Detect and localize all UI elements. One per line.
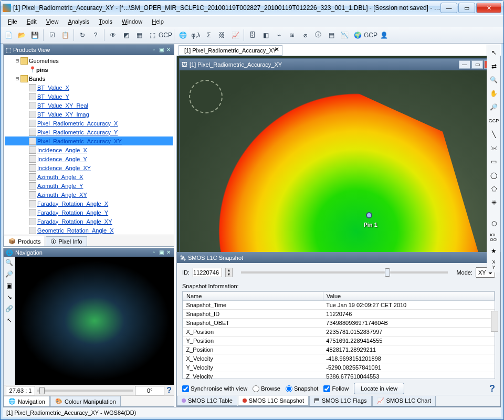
menu-file[interactable]: File	[4, 17, 22, 26]
tab-smos-snapshot[interactable]: SMOS L1C Snapshot	[238, 396, 309, 406]
menu-tools[interactable]: Tools	[94, 17, 117, 26]
tree-geometries[interactable]: ⊟Geometries	[5, 56, 173, 65]
tb-gcp-icon[interactable]: GCP	[160, 29, 171, 41]
nav-close-icon[interactable]: ✕	[165, 249, 172, 256]
minimize-button[interactable]: —	[440, 3, 457, 13]
cursor-icon[interactable]: ↖	[5, 317, 14, 326]
maximize-button[interactable]: ▭	[458, 3, 475, 13]
browse-radio[interactable]: Browse	[253, 385, 280, 392]
tree-band-item[interactable]: Faraday_Rotation_Angle_XY	[5, 217, 173, 226]
vt-rect-icon[interactable]: ▭	[488, 156, 500, 167]
tb-mask-icon[interactable]: ◩	[120, 29, 132, 41]
vt-wand-icon[interactable]: ✳	[488, 197, 500, 208]
tree-band-item[interactable]: BT_Value_XY_Real	[5, 101, 173, 110]
tab-navigation[interactable]: 🌐 Navigation	[4, 396, 50, 406]
tb-phi-icon[interactable]: φ,λ	[190, 29, 202, 41]
menu-analysis[interactable]: Analysis	[64, 17, 93, 26]
table-row[interactable]: Z_Velocity5386.677610044553	[183, 372, 495, 380]
panel-pin-icon[interactable]: ▣	[158, 47, 164, 53]
tb-copy-icon[interactable]: 📋	[59, 29, 71, 41]
compass-icon[interactable]	[189, 80, 223, 113]
tree-band-item[interactable]: Faraday_Rotation_Angle_X	[5, 199, 173, 208]
tree-band-item[interactable]: BT_Value_Y	[5, 92, 173, 101]
tb-db-icon[interactable]: 🗄	[247, 29, 258, 41]
tb-save-icon[interactable]: 💾	[29, 29, 40, 41]
tree-band-item[interactable]: Incidence_Angle_XY	[5, 163, 173, 172]
id-spinner[interactable]: ▲▼	[225, 268, 233, 277]
tb-calc-icon[interactable]: ⌀	[299, 29, 311, 41]
table-scrollbar[interactable]	[491, 311, 495, 332]
zoom-out-icon[interactable]: 🔎	[5, 270, 14, 280]
tb-rgb-icon[interactable]: ▤	[326, 29, 337, 41]
vt-polygon-icon[interactable]: ⬠	[488, 183, 500, 195]
panel-min-icon[interactable]: ▫	[151, 47, 157, 53]
tb-user-icon[interactable]: 👤	[378, 29, 390, 41]
tab-colour[interactable]: 🎨 Colour Manipulation	[50, 396, 121, 406]
tab-smos-chart[interactable]: 📈SMOS L1C Chart	[372, 396, 436, 406]
tab-smos-flags[interactable]: ⛿SMOS L1C Flags	[309, 396, 372, 406]
tree-band-item[interactable]: Pixel_Radiometric_Accuracy_Y	[5, 128, 173, 136]
vt-star-icon[interactable]: ★	[488, 245, 500, 257]
tb-new-icon[interactable]: 📄	[3, 29, 14, 41]
rotation-input[interactable]	[135, 386, 164, 395]
tb-cluster-icon[interactable]: ◧	[260, 29, 271, 41]
snapshot-header[interactable]: 🛰SMOS L1C Snapshot ▫ ✕	[177, 253, 500, 263]
tree-band-item[interactable]: BT_Value_XY_Imag	[5, 110, 173, 119]
navigation-header[interactable]: 🌐 Navigation ▫▣✕	[4, 248, 174, 257]
vt-pan-icon[interactable]: ✋	[488, 88, 500, 99]
panel-close-icon[interactable]: ✕	[165, 47, 172, 53]
tab-pixel-info[interactable]: 🛈 Pixel Info	[46, 236, 87, 246]
zoom-ratio-input[interactable]	[6, 386, 35, 395]
mdi-min-icon[interactable]: —	[459, 60, 470, 69]
tab-products[interactable]: 📦 Products	[4, 236, 45, 246]
tree-band-item[interactable]: Faraday_Rotation_Angle_Y	[5, 208, 173, 217]
vt-arrows-icon[interactable]: ⇄	[488, 60, 500, 72]
vt-polyline-icon[interactable]: ⩙	[488, 142, 500, 154]
tb-eye-icon[interactable]: 👁	[107, 29, 119, 41]
tree-band-item[interactable]: Geometric_Rotation_Angle_X	[5, 226, 173, 235]
table-row[interactable]: Snapshot_ID11220746	[183, 310, 495, 319]
tb-refresh-icon[interactable]: ↻	[77, 29, 88, 41]
doc-tab-close-icon[interactable]: ✕	[274, 46, 279, 53]
menu-view[interactable]: View	[42, 17, 63, 26]
tree-band-item[interactable]: Azimuth_Angle_Y	[5, 181, 173, 190]
products-header[interactable]: ⬚ Products View ▫▣✕	[4, 45, 174, 55]
fit-icon[interactable]: ▣	[5, 282, 14, 291]
table-row[interactable]: X_Velocity-418.9693151201898	[183, 354, 495, 363]
tb-band-icon[interactable]: ≋	[286, 29, 298, 41]
tb-gcp2-icon[interactable]: GCP	[365, 29, 376, 41]
tb-globe-icon[interactable]: 🌐	[177, 29, 188, 41]
vt-text-icon[interactable]: IOIOOI	[488, 232, 500, 243]
tb-layers-icon[interactable]: ⬚	[146, 29, 158, 41]
tree-bands[interactable]: ⊟Bands	[5, 74, 173, 83]
tb-filter-icon[interactable]: ⌁	[273, 29, 285, 41]
zoom-slider[interactable]	[37, 390, 133, 392]
zoom-in-icon[interactable]: 🔍	[5, 259, 14, 268]
table-row[interactable]: Y_Velocity-5290.082557841091	[183, 363, 495, 372]
nav-help-icon[interactable]: ?	[166, 386, 172, 395]
doc-tab[interactable]: [1] Pixel_Radiometric_Accuracy_XY	[178, 45, 282, 56]
table-row[interactable]: Z_Position4828171.28929211	[183, 345, 495, 354]
tb-histogram-icon[interactable]: ⛓	[216, 29, 228, 41]
table-row[interactable]: Snapshot_TimeTue Jan 19 02:09:27 CET 201…	[183, 301, 495, 310]
id-input[interactable]	[193, 268, 222, 277]
vt-line-icon[interactable]: ╲	[488, 129, 500, 140]
tb-grid-icon[interactable]: ▦	[133, 29, 145, 41]
vt-zoom-icon[interactable]: 🔍	[488, 74, 500, 86]
mdi-max-icon[interactable]: ▭	[471, 60, 483, 69]
tree-pins[interactable]: 📍 pins	[5, 65, 173, 74]
tree-band-item[interactable]: BT_Value_X	[5, 83, 173, 92]
tb-world-icon[interactable]: 🌍	[352, 29, 363, 41]
table-row[interactable]: Snapshot_OBET734988093697174604B	[183, 319, 495, 328]
tb-scatter-icon[interactable]: 📈	[229, 29, 241, 41]
tb-sigma-icon[interactable]: Σ	[203, 29, 215, 41]
follow-checkbox[interactable]: Follow	[323, 385, 349, 392]
tree-band-item[interactable]: Incidence_Angle_Y	[5, 154, 173, 163]
table-row[interactable]: Y_Position4751691.2289414555	[183, 337, 495, 345]
snapshot-slider[interactable]	[241, 271, 448, 274]
snapshot-table[interactable]: Name Value Snapshot_TimeTue Jan 19 02:09…	[182, 291, 495, 379]
menu-edit[interactable]: Edit	[23, 17, 41, 26]
vt-pointer-icon[interactable]: ↖	[488, 47, 500, 58]
mdi-title[interactable]: 🖼 [1] Pixel_Radiometric_Accuracy_XY — ▭ …	[180, 59, 498, 70]
close-button[interactable]: ✕	[476, 3, 501, 13]
